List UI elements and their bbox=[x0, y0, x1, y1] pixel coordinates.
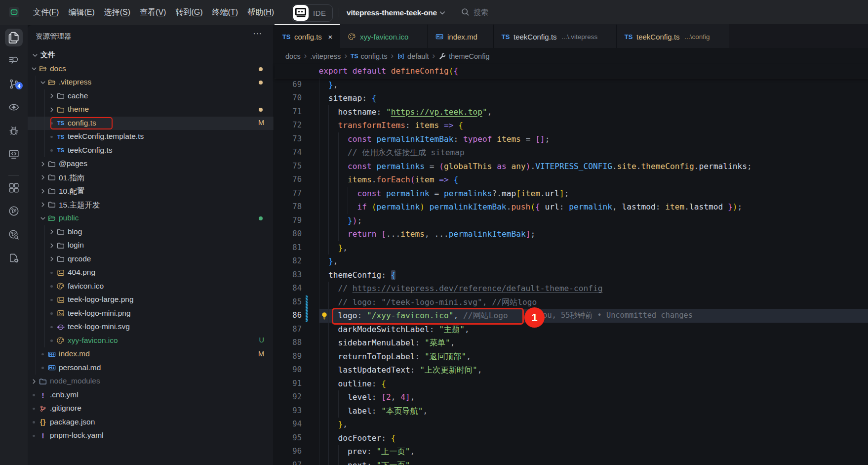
tree-item-label: cache bbox=[68, 91, 88, 100]
folder-icon bbox=[48, 201, 56, 209]
img-file-icon bbox=[57, 309, 65, 317]
tree-item-teekConfig.ts[interactable]: TSteekConfig.ts bbox=[28, 144, 274, 158]
tab-label: teekConfig.ts bbox=[636, 33, 680, 41]
tree-item-.cnb.yml[interactable]: !.cnb.yml bbox=[28, 388, 274, 402]
tree-item-qrcode[interactable]: qrcode bbox=[28, 253, 274, 266]
project-switcher[interactable]: vitepress-theme-teek-one bbox=[347, 0, 437, 25]
breadcrumb: docs›.vitepress›TSconfig.ts›default›them… bbox=[275, 48, 868, 64]
breadcrumb-item-config.ts[interactable]: TSconfig.ts bbox=[351, 52, 387, 60]
tree-item-docs[interactable]: docs bbox=[28, 62, 274, 76]
code-line-77: 77 const permalink = permalinks?.map[ite… bbox=[275, 187, 868, 201]
more-actions-icon[interactable]: ⋯ bbox=[253, 28, 263, 39]
tree-item-blog[interactable]: blog bbox=[28, 225, 274, 239]
tab-index.md[interactable]: index.md bbox=[428, 24, 494, 48]
tree-item-.vitepress[interactable]: .vitepress bbox=[28, 76, 274, 89]
palette-file-icon bbox=[348, 33, 356, 41]
search-box[interactable]: 搜索 bbox=[461, 0, 488, 25]
chevron-down-icon bbox=[30, 65, 38, 73]
tree-item-label: docs bbox=[50, 64, 66, 73]
menu-item-g[interactable]: 转到(G) bbox=[175, 5, 202, 20]
tree-item-teek-logo-large.png[interactable]: teek-logo-large.png bbox=[28, 293, 274, 307]
line-content: }, bbox=[319, 254, 338, 268]
titlebar-divider bbox=[453, 8, 453, 17]
tree-item-cache[interactable]: cache bbox=[28, 89, 274, 103]
tree-item-favicon.ico[interactable]: favicon.ico bbox=[28, 280, 274, 294]
code-line-74: 74 // 使用永久链接生成 sitemap bbox=[275, 146, 868, 160]
line-number: 70 bbox=[275, 91, 302, 105]
preview-screen-activity-button[interactable] bbox=[5, 145, 23, 163]
symbol-variable-icon bbox=[397, 52, 405, 60]
eye-sparkle-activity-button[interactable] bbox=[5, 98, 23, 116]
tab-description: ...\config bbox=[685, 33, 710, 41]
code-line-76: 76 items.forEach(item => { bbox=[275, 173, 868, 187]
close-icon[interactable]: × bbox=[328, 32, 333, 42]
ts-file-icon: TS bbox=[625, 33, 632, 41]
tree-item-10.配置[interactable]: 10.配置 bbox=[28, 184, 274, 198]
ide-window: 文件(F)编辑(E)选择(S)查看(V)转到(G)终端(T)帮助(H) IDE … bbox=[0, 0, 868, 465]
palette-file-icon bbox=[57, 282, 65, 290]
tree-item-.gitignore[interactable]: .gitignore bbox=[28, 402, 274, 416]
explorer-activity-button[interactable] bbox=[5, 29, 23, 46]
tree-item-login[interactable]: login bbox=[28, 239, 274, 253]
tree-item-public[interactable]: public bbox=[28, 211, 274, 225]
tree-item-label: qrcode bbox=[68, 254, 91, 263]
tree-item-node_modules[interactable]: node_modules bbox=[28, 375, 274, 388]
code-line-94: 94 }, bbox=[275, 418, 868, 431]
line-number: 80 bbox=[275, 227, 302, 241]
source-control-activity-button[interactable]: 4 bbox=[5, 75, 23, 93]
lightbulb-icon[interactable] bbox=[320, 311, 329, 322]
tree-item-label: favicon.ico bbox=[68, 282, 104, 291]
menu-item-e[interactable]: 编辑(E) bbox=[68, 5, 94, 20]
breadcrumb-item-.vitepress[interactable]: .vitepress bbox=[310, 52, 341, 60]
tree-item-404.png[interactable]: 404.png bbox=[28, 266, 274, 280]
line-content: returnToTopLabel: "返回顶部", bbox=[319, 350, 471, 364]
breadcrumb-separator: › bbox=[391, 51, 394, 60]
runner-settings-activity-button[interactable] bbox=[5, 249, 23, 267]
tree-item-index.md[interactable]: index.mdM bbox=[28, 347, 274, 361]
branch-circle-activity-button[interactable] bbox=[5, 202, 23, 220]
ide-logo[interactable]: IDE bbox=[292, 4, 333, 22]
branch-search-icon bbox=[8, 229, 20, 241]
search-view-activity-button[interactable] bbox=[5, 51, 23, 69]
code-line-80: 80 return [...items, ...permalinkItemBak… bbox=[275, 227, 868, 241]
menu-item-s[interactable]: 选择(S) bbox=[104, 5, 130, 20]
tree-item-15.主题开发[interactable]: 15.主题开发 bbox=[28, 198, 274, 212]
breadcrumb-item-docs[interactable]: docs bbox=[285, 52, 301, 60]
app-logo-icon[interactable] bbox=[9, 7, 19, 17]
tree-item-@pages[interactable]: @pages bbox=[28, 157, 274, 171]
git-modified-gutter-bar[interactable] bbox=[306, 296, 308, 322]
tree-item-theme[interactable]: theme bbox=[28, 103, 274, 117]
breadcrumb-item-default[interactable]: default bbox=[397, 52, 429, 60]
tree-section-文件[interactable]: 文件 bbox=[28, 48, 274, 62]
tree-item-label: theme bbox=[68, 105, 89, 114]
branch-search-activity-button[interactable] bbox=[5, 226, 23, 244]
md-file-icon bbox=[48, 350, 56, 358]
debug-activity-button[interactable] bbox=[5, 122, 23, 140]
menu-item-f[interactable]: 文件(F) bbox=[33, 5, 59, 20]
menu-item-h[interactable]: 帮助(H) bbox=[247, 5, 274, 20]
extensions-activity-button[interactable] bbox=[5, 179, 23, 197]
code-area[interactable]: 69 },70 sitemap: {71 hostname: "https://… bbox=[275, 64, 868, 465]
svg-file-icon bbox=[57, 323, 65, 331]
tree-item-xyy-favicon.ico[interactable]: xyy-favicon.icoU bbox=[28, 334, 274, 348]
annotation-box-config-ts bbox=[50, 117, 113, 129]
tab-teekConfig.ts-5[interactable]: TSteekConfig.ts...\config bbox=[617, 24, 729, 48]
tree-item-teek-logo-mini.svg[interactable]: teek-logo-mini.svg bbox=[28, 320, 274, 334]
tree-item-teekConfig.template.ts[interactable]: TSteekConfig.template.ts bbox=[28, 130, 274, 144]
tree-item-teek-logo-mini.png[interactable]: teek-logo-mini.png bbox=[28, 307, 274, 321]
tree-item-01.指南[interactable]: 01.指南 bbox=[28, 171, 274, 185]
chevron-right-icon bbox=[39, 187, 47, 195]
folder-icon bbox=[39, 378, 47, 385]
tree-item-personal.md[interactable]: personal.md bbox=[28, 361, 274, 375]
breadcrumb-item-themeConfig[interactable]: themeConfig bbox=[438, 52, 489, 60]
tab-teekConfig.ts-4[interactable]: TSteekConfig.ts...\.vitepress bbox=[494, 24, 617, 48]
chevron-right-icon bbox=[30, 378, 38, 385]
tab-description: ...\.vitepress bbox=[562, 33, 598, 41]
menu-item-v[interactable]: 查看(V) bbox=[140, 5, 166, 20]
tab-xyy-favicon.ico[interactable]: xyy-favicon.ico bbox=[340, 24, 428, 48]
tree-item-pnpm-lock.yaml[interactable]: !pnpm-lock.yaml bbox=[28, 429, 274, 443]
menu-item-t[interactable]: 终端(T) bbox=[212, 5, 238, 20]
annotation-box-logo-line bbox=[332, 308, 524, 325]
tree-item-package.json[interactable]: {}package.json bbox=[28, 416, 274, 429]
tab-config.ts[interactable]: TSconfig.ts× bbox=[275, 24, 340, 48]
